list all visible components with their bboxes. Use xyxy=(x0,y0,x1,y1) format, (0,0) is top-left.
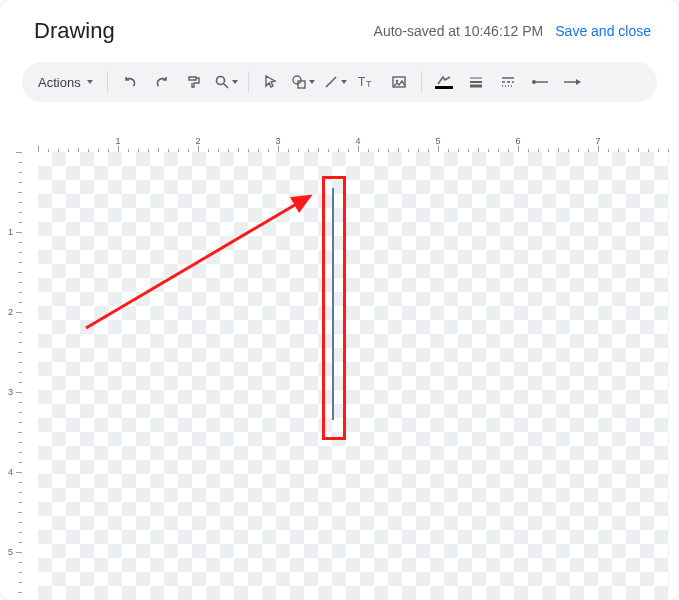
ruler-v-label: 2 xyxy=(8,307,13,317)
svg-text:T: T xyxy=(366,79,372,89)
line-end-icon xyxy=(562,74,582,90)
dialog-title: Drawing xyxy=(34,18,115,44)
ruler-h-label: 7 xyxy=(595,138,600,146)
redo-icon xyxy=(154,74,170,90)
svg-line-1 xyxy=(224,84,228,88)
ruler-h-label: 1 xyxy=(115,138,120,146)
zoom-menu[interactable] xyxy=(212,68,240,96)
svg-line-18 xyxy=(86,196,310,328)
ruler-v-label: 3 xyxy=(8,387,13,397)
svg-point-2 xyxy=(293,76,301,84)
chevron-down-icon xyxy=(309,80,315,84)
redo-button[interactable] xyxy=(148,68,176,96)
ruler-h-label: 6 xyxy=(515,138,520,146)
horizontal-ruler: 1234567 xyxy=(38,138,669,152)
svg-line-4 xyxy=(326,77,336,87)
shape-menu[interactable] xyxy=(289,68,317,96)
separator xyxy=(421,71,422,93)
annotation-arrow xyxy=(38,152,669,600)
autosave-status: Auto-saved at 10:46:12 PM xyxy=(374,23,544,39)
select-tool[interactable] xyxy=(257,68,285,96)
canvas-area: 1234567 12345 xyxy=(8,138,669,600)
save-and-close-button[interactable]: Save and close xyxy=(555,23,651,39)
paint-format-button[interactable] xyxy=(180,68,208,96)
header-right: Auto-saved at 10:46:12 PM Save and close xyxy=(374,23,651,39)
ruler-h-label: 2 xyxy=(195,138,200,146)
line-start-button[interactable] xyxy=(526,68,554,96)
text-box-button[interactable]: TT xyxy=(353,68,381,96)
ruler-v-label: 5 xyxy=(8,547,13,557)
line-menu[interactable] xyxy=(321,68,349,96)
svg-rect-3 xyxy=(298,81,305,88)
line-color-button[interactable] xyxy=(430,68,458,96)
text-box-icon: TT xyxy=(358,74,376,90)
toolbar: Actions TT xyxy=(22,62,657,102)
chevron-down-icon xyxy=(87,80,93,84)
drawn-vertical-line[interactable] xyxy=(332,188,334,420)
line-dash-icon xyxy=(500,74,516,90)
ruler-h-label: 5 xyxy=(435,138,440,146)
line-icon xyxy=(323,74,339,90)
line-weight-icon xyxy=(468,74,484,90)
shape-icon xyxy=(291,74,307,90)
cursor-icon xyxy=(263,74,279,90)
svg-point-15 xyxy=(532,80,536,84)
ruler-v-label: 1 xyxy=(8,227,13,237)
vertical-ruler: 12345 xyxy=(8,152,22,600)
image-icon xyxy=(391,74,407,90)
line-weight-button[interactable] xyxy=(462,68,490,96)
drawing-dialog: Drawing Auto-saved at 10:46:12 PM Save a… xyxy=(0,0,679,600)
image-button[interactable] xyxy=(385,68,413,96)
undo-icon xyxy=(122,74,138,90)
actions-menu[interactable]: Actions xyxy=(32,68,99,96)
chevron-down-icon xyxy=(341,80,347,84)
line-start-icon xyxy=(530,74,550,90)
zoom-icon xyxy=(214,74,230,90)
line-dash-button[interactable] xyxy=(494,68,522,96)
dialog-header: Drawing Auto-saved at 10:46:12 PM Save a… xyxy=(0,0,679,62)
ruler-v-label: 4 xyxy=(8,467,13,477)
svg-text:T: T xyxy=(358,75,366,89)
paint-format-icon xyxy=(186,74,202,90)
line-color-icon xyxy=(434,75,454,89)
svg-point-0 xyxy=(216,77,224,85)
undo-button[interactable] xyxy=(116,68,144,96)
separator xyxy=(248,71,249,93)
chevron-down-icon xyxy=(232,80,238,84)
ruler-h-label: 3 xyxy=(275,138,280,146)
line-end-button[interactable] xyxy=(558,68,586,96)
ruler-h-label: 4 xyxy=(355,138,360,146)
separator xyxy=(107,71,108,93)
actions-label: Actions xyxy=(38,75,81,90)
svg-point-8 xyxy=(395,80,397,82)
drawing-canvas[interactable] xyxy=(38,152,669,600)
